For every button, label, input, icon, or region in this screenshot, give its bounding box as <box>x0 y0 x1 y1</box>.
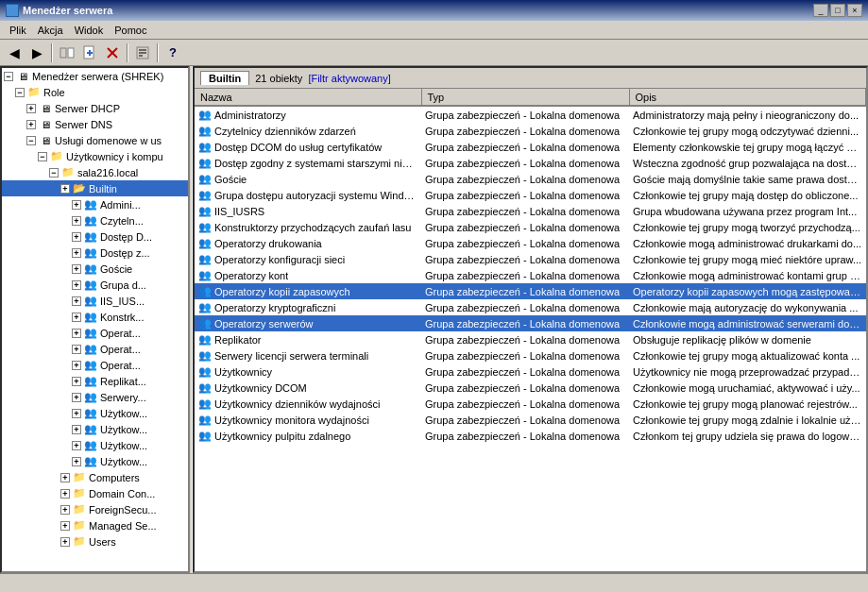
tree-item-uzytkow4[interactable]: +👥Użytkow... <box>2 453 188 469</box>
tree-item-serwery[interactable]: +👥Serwery... <box>2 389 188 405</box>
tree-expander-uzytkow2[interactable]: + <box>72 425 81 434</box>
table-row[interactable]: 👥Dostęp zgodny z systemami starszymi niż… <box>195 155 866 171</box>
tree-item-dostep1[interactable]: +👥Dostęp D... <box>2 228 188 245</box>
tree-expander-root[interactable]: − <box>4 72 13 81</box>
table-row[interactable]: 👥Grupa dostępu autoryzacji systemu Windo… <box>195 187 866 203</box>
tree-expander-uslugi[interactable]: − <box>26 136 36 145</box>
tree-item-operat3[interactable]: +👥Operat... <box>2 357 188 373</box>
table-row[interactable]: 👥Operatorzy kryptograficzniGrupa zabezpi… <box>195 299 866 315</box>
tree-item-konstr[interactable]: +👥Konstrk... <box>2 309 188 325</box>
tree-expander-foreignsecu[interactable]: + <box>60 505 70 515</box>
tree-expander-uzytkownicy[interactable]: − <box>38 152 47 161</box>
tree-item-uzytkownicy[interactable]: −📁Użytkownicy i kompu <box>2 148 188 164</box>
close-button[interactable]: × <box>847 4 862 17</box>
tree-panel[interactable]: −🖥Menedżer serwera (SHREK)−📁Role+🖥Serwer… <box>0 66 189 573</box>
tree-item-replikat[interactable]: +👥Replikat... <box>2 373 188 389</box>
tree-expander-computers[interactable]: + <box>60 473 70 482</box>
tree-item-grupad[interactable]: +👥Grupa d... <box>2 277 188 293</box>
tree-item-operat1[interactable]: +👥Operat... <box>2 325 188 341</box>
tree-item-uzytkow1[interactable]: +👥Użytkow... <box>2 405 188 421</box>
col-header-type[interactable]: Typ <box>421 89 629 106</box>
table-row[interactable]: 👥GościeGrupa zabezpieczeń - Lokalna dome… <box>195 171 866 187</box>
tree-expander-admini[interactable]: + <box>72 200 81 210</box>
tree-item-builtin[interactable]: +📂Builtin <box>2 180 188 196</box>
table-row[interactable]: 👥Użytkownicy pulpitu zdalnegoGrupa zabez… <box>195 428 866 444</box>
tree-expander-dhcp[interactable]: + <box>26 104 36 113</box>
table-row[interactable]: 👥Użytkownicy DCOMGrupa zabezpieczeń - Lo… <box>195 380 866 396</box>
table-row[interactable]: 👥UżytkownicyGrupa zabezpieczeń - Lokalna… <box>195 364 866 380</box>
tree-expander-builtin[interactable]: + <box>60 184 70 194</box>
tree-item-computers[interactable]: +📁Computers <box>2 469 188 485</box>
tree-item-iis[interactable]: +👥IIS_IUS... <box>2 293 188 309</box>
table-row[interactable]: 👥Operatorzy kopii zapasowychGrupa zabezp… <box>195 283 866 299</box>
menu-akcja[interactable]: Akcja <box>32 24 69 37</box>
tree-item-users[interactable]: +📁Users <box>2 533 188 550</box>
menu-plik[interactable]: Plik <box>4 24 32 37</box>
tree-item-foreignsecu[interactable]: +📁ForeignSecu... <box>2 501 188 517</box>
menu-widok[interactable]: Widok <box>69 24 110 37</box>
table-row[interactable]: 👥Użytkownicy dzienników wydajnościGrupa … <box>195 396 866 412</box>
tree-item-role[interactable]: −📁Role <box>2 84 188 100</box>
table-row[interactable]: 👥IIS_IUSRSGrupa zabezpieczeń - Lokalna d… <box>195 203 866 219</box>
tree-item-domaincon[interactable]: +📁Domain Con... <box>2 485 188 501</box>
table-row[interactable]: 👥Konstruktorzy przychodzących zaufań las… <box>195 219 866 235</box>
delete-button[interactable] <box>102 42 123 63</box>
col-header-desc[interactable]: Opis <box>629 89 866 106</box>
tree-expander-operat3[interactable]: + <box>72 361 81 370</box>
table-row[interactable]: 👥Dostęp DCOM do usług certyfikatówGrupa … <box>195 139 866 155</box>
table-row[interactable]: 👥Serwery licencji serwera terminaliGrupa… <box>195 347 866 364</box>
tree-expander-managedse[interactable]: + <box>60 521 70 531</box>
tree-item-uslugi[interactable]: −🖥Usługi domenowe w us <box>2 132 188 148</box>
tree-expander-uzytkow3[interactable]: + <box>72 441 81 450</box>
tree-item-managedse[interactable]: +📁Managed Se... <box>2 517 188 533</box>
tree-expander-users[interactable]: + <box>60 537 70 547</box>
tree-expander-czyteln[interactable]: + <box>72 216 81 226</box>
show-hide-button[interactable] <box>57 42 77 63</box>
tree-expander-operat1[interactable]: + <box>72 329 81 338</box>
tree-item-dns[interactable]: +🖥Serwer DNS <box>2 116 188 132</box>
tree-expander-dostep1[interactable]: + <box>72 232 81 242</box>
tree-expander-role[interactable]: − <box>15 88 25 97</box>
tree-expander-sala216[interactable]: − <box>49 168 59 178</box>
back-button[interactable]: ◀ <box>4 42 25 63</box>
tree-item-czyteln[interactable]: +👥Czyteln... <box>2 212 188 228</box>
window-controls[interactable]: _ □ × <box>813 4 862 17</box>
tree-item-sala216[interactable]: −📁sala216.local <box>2 164 188 180</box>
tree-expander-goscie[interactable]: + <box>72 264 81 274</box>
tree-item-uzytkow2[interactable]: +👥Użytkow... <box>2 421 188 437</box>
tree-expander-operat2[interactable]: + <box>72 345 81 354</box>
table-row[interactable]: 👥Operatorzy kontGrupa zabezpieczeń - Lok… <box>195 267 866 283</box>
tree-item-uzytkow3[interactable]: +👥Użytkow... <box>2 437 188 453</box>
tree-item-root[interactable]: −🖥Menedżer serwera (SHREK) <box>2 68 188 84</box>
tree-expander-konstr[interactable]: + <box>72 313 81 322</box>
tree-expander-domaincon[interactable]: + <box>60 489 70 499</box>
tree-expander-iis[interactable]: + <box>72 296 81 306</box>
maximize-button[interactable]: □ <box>830 4 845 17</box>
menu-pomoc[interactable]: Pomoc <box>109 24 152 37</box>
table-row[interactable]: 👥Operatorzy drukowaniaGrupa zabezpieczeń… <box>195 235 866 251</box>
tree-item-goscie[interactable]: +👥Goście <box>2 261 188 277</box>
properties-button[interactable] <box>132 42 153 63</box>
new-button[interactable] <box>79 42 100 63</box>
table-row[interactable]: 👥Operatorzy konfiguracji sieciGrupa zabe… <box>195 251 866 267</box>
tree-expander-uzytkow1[interactable]: + <box>72 409 81 418</box>
table-row[interactable]: 👥Czytelnicy dzienników zdarzeńGrupa zabe… <box>195 123 866 139</box>
table-row[interactable]: 👥ReplikatorGrupa zabezpieczeń - Lokalna … <box>195 331 866 347</box>
help-button[interactable]: ? <box>162 42 183 63</box>
tree-expander-replikat[interactable]: + <box>72 377 81 386</box>
tree-expander-uzytkow4[interactable]: + <box>72 457 81 466</box>
tree-expander-grupad[interactable]: + <box>72 280 81 290</box>
forward-button[interactable]: ▶ <box>26 42 47 63</box>
tree-expander-serwery[interactable]: + <box>72 393 81 402</box>
col-header-name[interactable]: Nazwa <box>195 89 421 106</box>
content-tab[interactable]: Builtin <box>200 71 249 85</box>
table-row[interactable]: 👥Operatorzy serwerówGrupa zabezpieczeń -… <box>195 315 866 331</box>
tree-expander-dns[interactable]: + <box>26 120 36 129</box>
tree-item-dhcp[interactable]: +🖥Serwer DHCP <box>2 100 188 116</box>
tree-item-dostep2[interactable]: +👥Dostęp z... <box>2 245 188 261</box>
table-row[interactable]: 👥Użytkownicy monitora wydajnościGrupa za… <box>195 412 866 428</box>
tree-item-admini[interactable]: +👥Admini... <box>2 196 188 212</box>
tree-expander-dostep2[interactable]: + <box>72 248 81 258</box>
minimize-button[interactable]: _ <box>813 4 828 17</box>
table-row[interactable]: 👥AdministratorzyGrupa zabezpieczeń - Lok… <box>195 106 866 123</box>
